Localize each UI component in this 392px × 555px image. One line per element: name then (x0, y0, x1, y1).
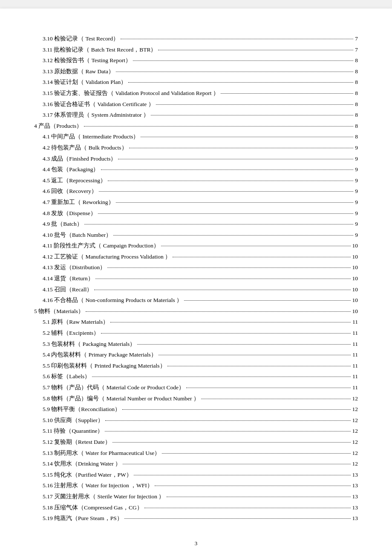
toc-label-12: 4.4 包装（Packaging） (43, 165, 99, 174)
toc-label-19: 4.11 阶段性生产方式（ Campaign Production） (43, 241, 159, 250)
toc-label-18: 4.10 批号（Batch Number） (43, 230, 112, 240)
toc-page-44: 13 (352, 514, 358, 523)
toc-page-26: 11 (352, 317, 358, 327)
toc-page-14: 9 (355, 187, 358, 196)
toc-page-30: 11 (352, 361, 358, 371)
toc-entry-2: 3.12 检验报告书（ Testing Report）8 (34, 56, 358, 65)
toc-page-38: 12 (352, 449, 358, 458)
toc-entry-15: 4.7 重新加工（ Reworking）9 (34, 198, 358, 207)
toc-dots-27 (101, 333, 351, 334)
toc-entry-30: 5.5 印刷包装材料（ Printed Packaging Materials）… (34, 361, 358, 371)
toc-page-0: 7 (355, 34, 358, 43)
toc-entry-29: 5.4 内包装材料（ Primary Package Materials）11 (34, 350, 358, 359)
toc-label-37: 5.12 复验期（Retest Date） (43, 437, 111, 447)
toc-label-29: 5.4 内包装材料（ Primary Package Materials） (43, 350, 157, 359)
toc-page-6: 8 (355, 100, 358, 109)
toc-page-5: 8 (355, 89, 358, 98)
toc-label-11: 4.3 成品（Finished Products） (43, 154, 116, 164)
toc-label-27: 5.2 辅料（Excipients） (43, 328, 99, 338)
toc-dots-29 (159, 355, 351, 355)
toc-label-30: 5.5 印刷包装材料（ Printed Packaging Materials） (43, 361, 166, 371)
toc-dots-8 (84, 126, 353, 127)
toc-page-16: 9 (355, 209, 358, 218)
toc-dots-20 (173, 257, 350, 257)
toc-entry-33: 5.8 物料（产品）编号（ Material Number or Product… (34, 394, 358, 403)
toc-entry-44: 5.19 纯蒸汽（Pure Steam，PS）13 (34, 514, 358, 523)
toc-entry-20: 4.12 工艺验证（ Manufacturing Process Validat… (34, 252, 358, 262)
toc-page-21: 10 (352, 263, 358, 272)
toc-entry-16: 4.8 发放（Dispense）9 (34, 209, 358, 218)
toc-dots-14 (99, 191, 353, 192)
toc-dots-3 (116, 72, 353, 72)
toc-page-39: 12 (352, 459, 358, 469)
toc-label-0: 3.10 检验记录（ Test Record） (43, 34, 119, 43)
toc-page-1: 7 (355, 45, 358, 55)
toc-label-6: 3.16 验证合格证书（ Validation Certificate ） (43, 100, 154, 109)
toc-dots-9 (141, 137, 353, 137)
toc-label-10: 4.2 待包装产品（ Bulk Products） (43, 143, 127, 152)
toc-label-23: 4.15 召回（Recall） (43, 285, 92, 294)
toc-entry-0: 3.10 检验记录（ Test Record）7 (34, 34, 358, 43)
toc-dots-21 (107, 267, 350, 268)
toc-dots-13 (108, 181, 353, 181)
toc-dots-26 (110, 322, 351, 322)
toc-page-11: 9 (355, 154, 358, 164)
toc-entry-21: 4.13 发运（Distribution）10 (34, 263, 358, 272)
toc-dots-23 (94, 290, 350, 290)
toc-page-12: 9 (355, 165, 358, 174)
toc-page-18: 9 (355, 230, 358, 240)
toc-entry-1: 3.11 批检验记录（ Batch Test Record，BTR）7 (34, 45, 358, 55)
toc-page-40: 13 (352, 470, 358, 480)
toc-dots-15 (116, 202, 354, 203)
toc-entry-26: 5.1 原料（Raw Materials）11 (34, 317, 358, 327)
toc-dots-24 (184, 300, 350, 301)
toc-dots-38 (162, 453, 350, 454)
toc-entry-28: 5.3 包装材料（ Packaging Materials）11 (34, 339, 358, 349)
toc-page-33: 12 (352, 394, 358, 403)
toc-entry-18: 4.10 批号（Batch Number）9 (34, 230, 358, 240)
toc-entry-35: 5.10 供应商（Supplier）12 (34, 416, 358, 425)
toc-label-16: 4.8 发放（Dispense） (43, 209, 96, 218)
toc-label-41: 5.16 注射用水（ Water for Injection ，WFI） (43, 481, 153, 490)
toc-entry-19: 4.11 阶段性生产方式（ Campaign Production）10 (34, 241, 358, 250)
toc-page-4: 8 (355, 78, 358, 87)
table-of-contents: 3.10 检验记录（ Test Record）73.11 批检验记录（ Batc… (34, 34, 358, 523)
toc-entry-23: 4.15 召回（Recall）10 (34, 285, 358, 294)
toc-label-14: 4.6 回收（Recovery） (43, 187, 97, 196)
toc-dots-25 (86, 311, 350, 312)
toc-page-9: 8 (355, 132, 358, 141)
toc-dots-32 (186, 388, 351, 388)
toc-page-27: 11 (352, 328, 358, 338)
toc-entry-27: 5.2 辅料（Excipients）11 (34, 328, 358, 338)
toc-page-20: 10 (352, 252, 358, 262)
toc-dots-44 (124, 518, 351, 519)
toc-entry-14: 4.6 回收（Recovery）9 (34, 187, 358, 196)
toc-page-7: 8 (355, 110, 358, 120)
toc-entry-6: 3.16 验证合格证书（ Validation Certificate ）8 (34, 100, 358, 109)
toc-page-42: 13 (352, 492, 358, 501)
toc-entry-24: 4.16 不合格品（ Non-conforming Products or Ma… (34, 296, 358, 305)
toc-label-20: 4.12 工艺验证（ Manufacturing Process Validat… (43, 252, 171, 262)
toc-dots-36 (105, 431, 350, 431)
toc-page-35: 12 (352, 416, 358, 425)
toc-page-10: 9 (355, 143, 358, 152)
toc-label-24: 4.16 不合格品（ Non-conforming Products or Ma… (43, 296, 182, 305)
toc-dots-43 (144, 508, 351, 508)
toc-page-28: 11 (352, 339, 358, 349)
toc-dots-34 (122, 409, 351, 410)
toc-dots-37 (112, 442, 351, 443)
toc-entry-3: 3.13 原始数据（ Raw Data）8 (34, 67, 358, 76)
toc-dots-39 (123, 464, 350, 464)
toc-page-24: 10 (352, 296, 358, 305)
toc-page-3: 8 (355, 67, 358, 76)
toc-entry-4: 3.14 验证计划（ Validation Plan）8 (34, 78, 358, 87)
toc-dots-17 (84, 224, 354, 224)
toc-page-31: 11 (352, 372, 358, 381)
toc-label-17: 4.9 批（Batch） (43, 219, 83, 229)
toc-label-5: 3.15 验证方案、验证报告（ Validation Protocol and … (43, 89, 219, 98)
toc-page-19: 10 (352, 241, 358, 250)
toc-label-15: 4.7 重新加工（ Reworking） (43, 198, 114, 207)
toc-entry-37: 5.12 复验期（Retest Date）12 (34, 437, 358, 447)
page-number: 3 (34, 540, 358, 547)
toc-dots-10 (129, 148, 354, 148)
